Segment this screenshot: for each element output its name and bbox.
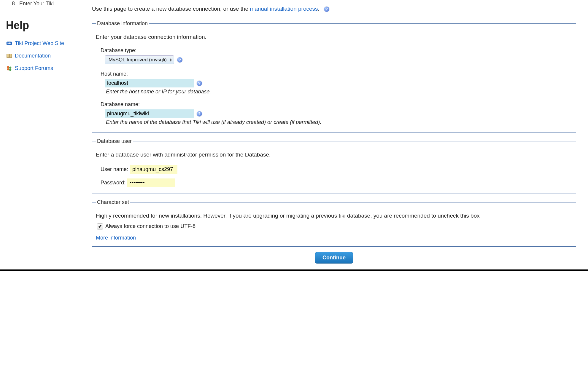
divider	[0, 269, 588, 271]
host-input[interactable]	[105, 79, 194, 87]
help-icon[interactable]: ?	[177, 57, 182, 63]
link-documentation[interactable]: Documentation	[6, 52, 83, 59]
nav-item-number: 8.	[12, 1, 16, 7]
utf8-checkbox-label: Always force connection to use UTF-8	[105, 223, 196, 229]
book-icon	[6, 52, 12, 59]
password-input[interactable]	[127, 178, 175, 187]
link-label: Support Forums	[15, 65, 53, 71]
nav-item-enter-tiki[interactable]: 8. Enter Your Tiki	[6, 0, 83, 10]
db-info-desc: Enter your database connection informati…	[96, 34, 570, 40]
link-tiki-site[interactable]: tiki Tiki Project Web Site	[6, 40, 83, 47]
intro-text: Use this page to create a new database c…	[92, 6, 576, 12]
username-input[interactable]	[130, 165, 177, 174]
db-user-desc: Enter a database user with administrator…	[96, 151, 570, 158]
host-label: Host name:	[101, 71, 570, 77]
dbname-hint: Enter the name of the database that Tiki…	[106, 119, 570, 125]
db-type-select[interactable]: MySQL Improved (mysqli) ▲▼	[105, 55, 174, 64]
svg-point-3	[7, 66, 9, 68]
help-icon[interactable]: ?	[197, 111, 202, 117]
continue-button[interactable]: Continue	[315, 252, 353, 264]
help-heading: Help	[6, 19, 83, 32]
more-information-link[interactable]: More information	[96, 235, 136, 241]
svg-point-4	[9, 67, 11, 69]
dbname-input[interactable]	[105, 109, 194, 118]
nav-item-label: Enter Your Tiki	[19, 1, 54, 7]
tiki-icon: tiki	[6, 40, 12, 47]
db-type-value: MySQL Improved (mysqli)	[109, 57, 167, 63]
svg-rect-5	[7, 68, 9, 70]
legend-db-user: Database user	[96, 138, 133, 144]
people-icon	[6, 65, 12, 71]
link-support-forums[interactable]: Support Forums	[6, 65, 83, 71]
svg-text:tiki: tiki	[7, 42, 11, 45]
charset-desc: Highly recommended for new installations…	[96, 213, 570, 219]
link-label: Tiki Project Web Site	[15, 40, 64, 47]
fieldset-character-set: Character set Highly recommended for new…	[92, 199, 576, 247]
manual-install-link[interactable]: manual installation process	[250, 6, 318, 12]
utf8-checkbox[interactable]: ✔	[97, 224, 103, 229]
username-label: User name:	[101, 166, 128, 173]
db-type-label: Database type:	[101, 47, 570, 54]
link-label: Documentation	[15, 53, 51, 59]
fieldset-database-user: Database user Enter a database user with…	[92, 138, 576, 194]
help-icon[interactable]: ?	[324, 7, 329, 12]
dbname-label: Database name:	[101, 101, 570, 108]
password-label: Password:	[101, 180, 125, 186]
legend-db-info: Database information	[96, 20, 149, 27]
legend-charset: Character set	[96, 199, 130, 205]
svg-rect-6	[9, 69, 11, 71]
select-arrows-icon: ▲▼	[170, 58, 172, 62]
fieldset-database-information: Database information Enter your database…	[92, 20, 576, 133]
help-icon[interactable]: ?	[197, 81, 202, 86]
host-hint: Enter the host name or IP for your datab…	[106, 89, 570, 95]
